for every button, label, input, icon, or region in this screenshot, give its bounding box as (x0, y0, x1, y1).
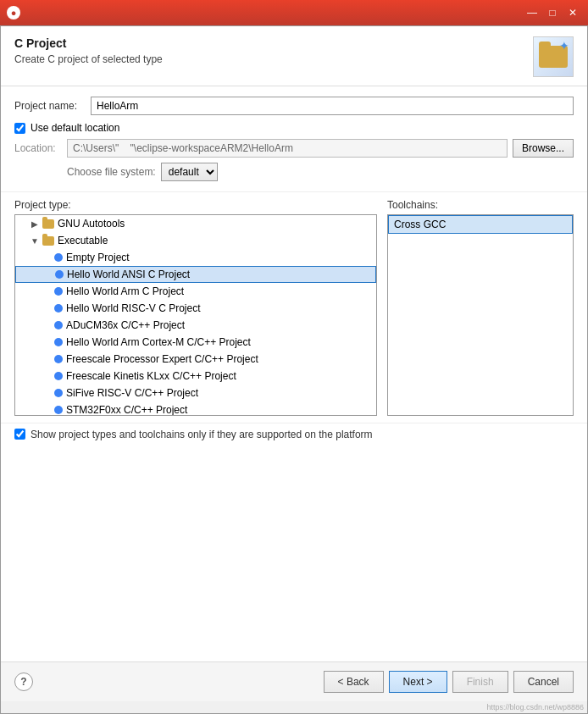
spacer-area (1, 446, 587, 662)
show-types-row: Show project types and toolchains only i… (1, 423, 587, 446)
toolchain-item-cross-gcc[interactable]: Cross GCC (388, 215, 573, 234)
folder-icon-executable (42, 236, 54, 246)
project-type-label: Project type: (14, 199, 377, 211)
dialog-header: C Project Create C project of selected t… (1, 26, 587, 86)
dot-icon-arm (54, 287, 63, 296)
footer-left: ? (14, 672, 33, 691)
form-area: Project name: Use default location Locat… (1, 86, 587, 192)
dot-icon-stm32f0 (54, 406, 63, 414)
location-label: Location: (14, 142, 67, 154)
use-default-location-label: Use default location (31, 122, 119, 134)
project-name-input[interactable] (91, 97, 574, 115)
dialog-subtitle: Create C project of selected type (14, 53, 163, 65)
project-type-tree: ▶ GNU Autotools ▼ Executable Empty Proje… (14, 214, 377, 416)
star-icon: ✦ (559, 39, 569, 53)
tree-item-empty-project[interactable]: Empty Project (15, 249, 376, 266)
folder-icon-gnu (42, 219, 54, 229)
expand-icon-gnu: ▶ (29, 218, 41, 230)
window-controls: — □ ✕ (524, 5, 581, 20)
app-icon: ● (7, 6, 20, 19)
use-default-location-checkbox[interactable] (14, 123, 25, 134)
tree-item-freescale-kinetis[interactable]: Freescale Kinetis KLxx C/C++ Project (15, 368, 376, 385)
tree-item-hello-cortex[interactable]: Hello World Arm Cortex-M C/C++ Project (15, 334, 376, 351)
tree-item-executable[interactable]: ▼ Executable (15, 232, 376, 249)
dialog-header-text: C Project Create C project of selected t… (14, 36, 163, 65)
dot-icon-kinetis (54, 372, 63, 380)
dot-icon-freescale-expert (54, 355, 63, 363)
tree-label-stm32f0xx: STM32F0xx C/C++ Project (66, 404, 187, 416)
toolchain-label-cross-gcc: Cross GCC (394, 219, 446, 230)
tree-label-freescale-kinetis: Freescale Kinetis KLxx C/C++ Project (66, 370, 236, 382)
dialog-title: C Project (14, 36, 163, 50)
tree-item-hello-world-ansi[interactable]: Hello World ANSI C Project (15, 266, 376, 283)
filesystem-label: Choose file system: (67, 166, 156, 178)
filesystem-row: Choose file system: default (14, 163, 574, 181)
location-input[interactable] (67, 139, 508, 158)
show-types-checkbox[interactable] (14, 429, 25, 440)
tree-label-hello-world-ansi: Hello World ANSI C Project (67, 268, 190, 280)
tree-label-aducm36x: ADuCM36x C/C++ Project (66, 319, 185, 331)
minimize-button[interactable]: — (524, 5, 541, 20)
dot-icon-aducm (54, 321, 63, 329)
next-button[interactable]: Next > (389, 671, 447, 693)
tree-label-executable: Executable (58, 235, 108, 246)
dot-icon-sifive (54, 389, 63, 397)
browse-button[interactable]: Browse... (513, 139, 574, 158)
dialog-footer: ? < Back Next > Finish Cancel (1, 661, 587, 701)
dialog-window: C Project Create C project of selected t… (0, 25, 588, 714)
title-bar: ● — □ ✕ (0, 0, 588, 25)
location-row: Location: Browse... (14, 139, 574, 158)
tree-label-hello-cortex: Hello World Arm Cortex-M C/C++ Project (66, 336, 251, 348)
help-button[interactable]: ? (14, 672, 33, 691)
tree-label-freescale-expert: Freescale Processor Expert C/C++ Project (66, 353, 258, 365)
tree-item-stm32f0xx[interactable]: STM32F0xx C/C++ Project (15, 401, 376, 416)
project-type-panel: Project type: ▶ GNU Autotools ▼ Executab… (14, 199, 377, 416)
filesystem-select[interactable]: default (161, 163, 218, 181)
dot-icon-cortex (54, 338, 63, 346)
dot-icon-empty (54, 253, 63, 262)
back-button[interactable]: < Back (324, 671, 384, 693)
main-content: Project type: ▶ GNU Autotools ▼ Executab… (1, 192, 587, 423)
footer-buttons: < Back Next > Finish Cancel (324, 671, 574, 693)
watermark: https://blog.csdn.net/wp8886 (1, 701, 587, 713)
show-types-label: Show project types and toolchains only i… (31, 429, 373, 440)
dot-icon-ansi (55, 270, 64, 279)
tree-label-sifive: SiFive RISC-V C/C++ Project (66, 387, 198, 399)
dot-icon-riscv (54, 304, 63, 313)
tree-item-hello-world-arm[interactable]: Hello World Arm C Project (15, 283, 376, 300)
toolchains-tree: Cross GCC (387, 214, 574, 416)
finish-button[interactable]: Finish (452, 671, 508, 693)
dialog-header-icon: ✦ (533, 36, 574, 77)
project-name-label: Project name: (14, 100, 91, 112)
tree-label-empty-project: Empty Project (66, 252, 130, 263)
tree-label-hello-world-riscv: Hello World RISC-V C Project (66, 302, 200, 314)
tree-label-gnu-autotools: GNU Autotools (58, 218, 125, 230)
tree-label-hello-world-arm: Hello World Arm C Project (66, 285, 184, 297)
use-default-location-row: Use default location (14, 122, 574, 134)
tree-item-sifive[interactable]: SiFive RISC-V C/C++ Project (15, 385, 376, 401)
tree-item-freescale-expert[interactable]: Freescale Processor Expert C/C++ Project (15, 351, 376, 368)
project-name-row: Project name: (14, 97, 574, 115)
expand-icon-executable: ▼ (29, 235, 41, 246)
toolchains-label: Toolchains: (387, 199, 574, 211)
maximize-button[interactable]: □ (544, 5, 561, 20)
cancel-button[interactable]: Cancel (513, 671, 574, 693)
close-button[interactable]: ✕ (564, 5, 581, 20)
toolchains-panel: Toolchains: Cross GCC (387, 199, 574, 416)
tree-item-hello-world-riscv[interactable]: Hello World RISC-V C Project (15, 300, 376, 317)
tree-item-aducm36x[interactable]: ADuCM36x C/C++ Project (15, 317, 376, 334)
tree-item-gnu-autotools[interactable]: ▶ GNU Autotools (15, 215, 376, 232)
